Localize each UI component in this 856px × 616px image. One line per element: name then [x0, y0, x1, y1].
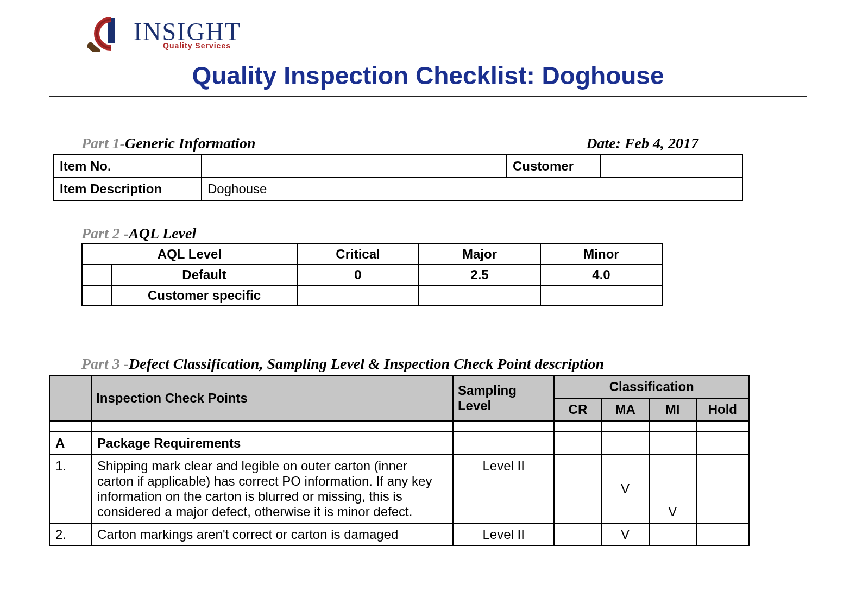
- date-field: Date: Feb 4, 2017: [586, 135, 698, 152]
- table-row: 1. Shipping mark clear and legible on ou…: [49, 455, 749, 523]
- part3-label: Part 3 -Defect Classification, Sampling …: [81, 355, 807, 373]
- cp-ma: V: [602, 455, 649, 523]
- aql-table: AQL Level Critical Major Minor Default 0…: [81, 243, 663, 306]
- part3-label-title: Defect Classification, Sampling Level & …: [129, 355, 604, 372]
- customer-value: [600, 155, 742, 178]
- document-page: INSIGHT Quality Services Quality Inspect…: [0, 0, 856, 616]
- aql-row-marker: [82, 265, 111, 285]
- aql-minor: [540, 285, 662, 306]
- aql-header: AQL Level: [82, 244, 297, 265]
- critical-header: Critical: [297, 244, 419, 265]
- cp-mi: [649, 523, 696, 546]
- cp-hold: [696, 455, 749, 523]
- section-letter: A: [49, 432, 91, 455]
- cp-cr: [554, 455, 601, 523]
- ma-header: MA: [602, 398, 649, 421]
- table-row: Item Description Doghouse: [54, 178, 742, 200]
- aql-major: 2.5: [419, 265, 540, 285]
- customer-label: Customer: [507, 155, 600, 178]
- sampling-header: Sampling Level: [453, 375, 554, 421]
- part1-label: Part 1-Generic Information: [81, 135, 255, 152]
- major-header: Major: [419, 244, 540, 265]
- cp-mi: V: [649, 455, 696, 523]
- part3-label-prefix: Part 3 -: [81, 355, 129, 372]
- cr-header: CR: [554, 398, 601, 421]
- cp-ma: V: [602, 523, 649, 546]
- aql-row-label: Default: [111, 265, 297, 285]
- company-logo: INSIGHT Quality Services: [87, 16, 272, 53]
- item-desc-label: Item Description: [54, 178, 202, 200]
- table-row: 2. Carton markings aren't correct or car…: [49, 523, 749, 546]
- table-row: Customer specific: [82, 285, 662, 306]
- table-row: Inspection Check Points Sampling Level C…: [49, 375, 749, 398]
- mi-header: MI: [649, 398, 696, 421]
- part1-header-row: Part 1-Generic Information Date: Feb 4, …: [81, 135, 775, 152]
- aql-major: [419, 285, 540, 306]
- cp-hold: [696, 523, 749, 546]
- logo-subtitle: Quality Services: [163, 41, 231, 50]
- item-no-label: Item No.: [54, 155, 202, 178]
- aql-minor: 4.0: [540, 265, 662, 285]
- generic-info-table: Item No. Customer Item Description Dogho…: [53, 154, 743, 201]
- table-row: [49, 421, 749, 432]
- cp-desc: Shipping mark clear and legible on outer…: [91, 455, 453, 523]
- classification-header: Classification: [554, 375, 749, 398]
- num-header: [49, 375, 91, 421]
- cp-num: 2.: [49, 523, 91, 546]
- item-desc-value: Doghouse: [202, 178, 742, 200]
- minor-header: Minor: [540, 244, 662, 265]
- page-title: Quality Inspection Checklist: Doghouse: [49, 59, 807, 96]
- date-label: Date:: [586, 135, 625, 152]
- part1-label-title: Generic Information: [125, 135, 255, 152]
- section-title: Package Requirements: [91, 432, 453, 455]
- checkpoints-table: Inspection Check Points Sampling Level C…: [49, 375, 750, 546]
- aql-row-label: Customer specific: [111, 285, 297, 306]
- part2-label: Part 2 -AQL Level: [81, 225, 807, 242]
- checkpoints-header: Inspection Check Points: [91, 375, 453, 421]
- date-value: Feb 4, 2017: [625, 135, 698, 152]
- aql-row-marker: [82, 285, 111, 306]
- cp-num: 1.: [49, 455, 91, 523]
- hold-header: Hold: [696, 398, 749, 421]
- item-no-value: [202, 155, 507, 178]
- part1-label-prefix: Part 1-: [81, 135, 125, 152]
- title-section: Quality Inspection Checklist: Doghouse: [49, 59, 807, 97]
- table-row: Default 0 2.5 4.0: [82, 265, 662, 285]
- aql-critical: [297, 285, 419, 306]
- cp-desc: Carton markings aren't correct or carton…: [91, 523, 453, 546]
- table-row: A Package Requirements: [49, 432, 749, 455]
- cp-sampling: Level II: [453, 455, 554, 523]
- cp-cr: [554, 523, 601, 546]
- table-row: AQL Level Critical Major Minor: [82, 244, 662, 265]
- aql-critical: 0: [297, 265, 419, 285]
- table-row: Item No. Customer: [54, 155, 742, 178]
- magnifier-icon: [87, 16, 137, 52]
- part2-label-title: AQL Level: [129, 225, 196, 242]
- part2-label-prefix: Part 2 -: [81, 225, 129, 242]
- cp-sampling: Level II: [453, 523, 554, 546]
